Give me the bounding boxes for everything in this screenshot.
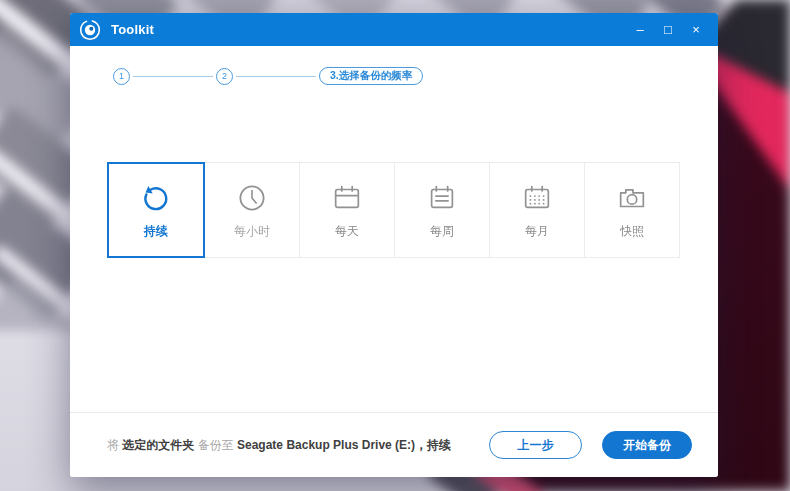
- summary-destination: Seagate Backup Plus Drive (E:)，: [237, 438, 427, 452]
- step-3-current-label: 3.选择备份的频率: [319, 67, 423, 85]
- camera-icon: [614, 180, 650, 216]
- frequency-card-label: 快照: [620, 223, 644, 240]
- clock-icon: [234, 180, 270, 216]
- frequency-card-label: 持续: [144, 223, 168, 240]
- frequency-card-row: 持续 每小时 每天: [107, 162, 680, 258]
- summary-source: 选定的文件夹: [122, 438, 194, 452]
- frequency-card-daily[interactable]: 每天: [299, 162, 395, 258]
- frequency-card-label: 每周: [430, 223, 454, 240]
- calendar-week-icon: [424, 180, 460, 216]
- calendar-day-icon: [329, 180, 365, 216]
- step-indicator: 1 2 3.选择备份的频率: [113, 59, 423, 93]
- frequency-card-label: 每天: [335, 223, 359, 240]
- maximize-button[interactable]: □: [654, 17, 682, 43]
- frequency-card-label: 每小时: [234, 223, 270, 240]
- frequency-card-label: 每月: [525, 223, 549, 240]
- seagate-toolkit-logo-icon: [79, 19, 101, 41]
- frequency-card-monthly[interactable]: 每月: [489, 162, 585, 258]
- frequency-card-hourly[interactable]: 每小时: [204, 162, 300, 258]
- footer-bar: 将 选定的文件夹 备份至 Seagate Backup Plus Drive (…: [70, 412, 718, 477]
- summary-part: 备份至: [194, 438, 237, 452]
- step-connector: [133, 76, 213, 77]
- frequency-card-weekly[interactable]: 每周: [394, 162, 490, 258]
- refresh-icon: [138, 180, 174, 216]
- calendar-month-icon: [519, 180, 555, 216]
- step-connector: [236, 76, 316, 77]
- start-backup-button[interactable]: 开始备份: [602, 431, 692, 459]
- step-2-circle[interactable]: 2: [216, 68, 233, 85]
- step-1-circle[interactable]: 1: [113, 68, 130, 85]
- summary-part: 将: [107, 438, 122, 452]
- close-button[interactable]: ×: [682, 17, 710, 43]
- summary-frequency: 持续: [427, 438, 451, 452]
- frequency-card-continuous[interactable]: 持续: [107, 162, 205, 258]
- window-controls: – □ ×: [626, 17, 710, 43]
- back-button[interactable]: 上一步: [489, 431, 582, 459]
- titlebar[interactable]: Toolkit – □ ×: [70, 13, 718, 46]
- toolkit-window: Toolkit – □ × 1 2 3.选择备份的频率 持续: [70, 13, 718, 477]
- frequency-card-snapshot[interactable]: 快照: [584, 162, 680, 258]
- backup-summary-text: 将 选定的文件夹 备份至 Seagate Backup Plus Drive (…: [107, 437, 489, 454]
- window-title: Toolkit: [111, 22, 154, 37]
- minimize-button[interactable]: –: [626, 17, 654, 43]
